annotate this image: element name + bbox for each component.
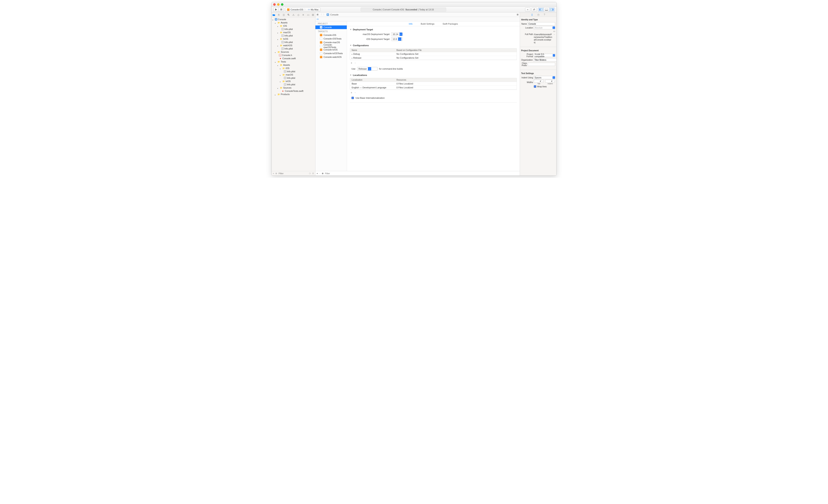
format-select[interactable]: Xcode 9.0-compatible⌄ — [534, 54, 555, 57]
loc-row-english[interactable]: English — Development Language0 Files Lo… — [350, 86, 517, 90]
toggle-inspector-button[interactable] — [549, 7, 555, 12]
tree-folder-assets[interactable]: 📁Assets — [272, 21, 315, 24]
stepper-icon[interactable]: ⌃⌄ — [552, 80, 554, 82]
tree-file-infoplist[interactable]: Info.plist — [272, 70, 315, 73]
clock-icon[interactable]: ◷ — [309, 172, 311, 175]
location-select[interactable]: Absolute⌄ — [534, 26, 555, 29]
tree-folder-sources[interactable]: 📁Sources — [272, 50, 315, 53]
tree-file-infoplist[interactable]: Info.plist — [272, 47, 315, 50]
tree-folder-t-ios[interactable]: 📁iOS — [272, 66, 315, 70]
file-inspector-tab[interactable]: ▯ — [531, 13, 533, 16]
org-input[interactable] — [534, 58, 556, 61]
tree-file-infoplist[interactable]: Info.plist — [272, 83, 315, 86]
wrap-lines-checkbox[interactable]: ✓ — [534, 85, 536, 88]
macos-deployment-select[interactable]: 10.14⌄ — [391, 32, 403, 36]
disclosure-triangle-icon[interactable]: ▼ — [350, 29, 351, 31]
forward-button[interactable]: 〉 — [323, 13, 325, 16]
disclosure-triangle-icon[interactable]: ▼ — [350, 74, 351, 76]
tree-folder-ios[interactable]: 📁iOS — [272, 24, 315, 28]
target-item[interactable]: Console-iOS — [316, 33, 347, 37]
use-config-select[interactable]: Release⌄ — [357, 67, 377, 71]
loc-row-base[interactable]: Base0 Files Localized — [350, 82, 517, 86]
tree-file-infoplist[interactable]: Info.plist — [272, 76, 315, 80]
tree-file-console-h[interactable]: hConsole.h — [272, 53, 315, 57]
tree-folder-tests-assets[interactable]: 📁Assets — [272, 63, 315, 66]
toggle-debug-button[interactable] — [544, 7, 549, 12]
tree-folder-tests[interactable]: 📁Tests — [272, 60, 315, 63]
filter-scope-icon[interactable]: ◉ — [322, 172, 324, 175]
tree-folder-macos[interactable]: 📁macOS — [272, 31, 315, 34]
tree-file-infoplist[interactable]: Info.plist — [272, 28, 315, 31]
scm-icon[interactable]: ⊞ — [312, 172, 314, 175]
tree-file-infoplist[interactable]: Info.plist — [272, 41, 315, 44]
tree-folder-watchos[interactable]: 📁watchOS — [272, 44, 315, 47]
debug-navigator-tab[interactable]: ≡ — [302, 13, 304, 16]
help-inspector-tab[interactable]: ? — [544, 13, 545, 16]
target-item[interactable]: Console-tvOSTests — [316, 51, 347, 55]
editor-layout-button[interactable]: ⊞ — [517, 13, 519, 16]
tree-file-consoletests-swift[interactable]: ◆ConsoleTests.swift — [272, 89, 315, 93]
config-row-release[interactable]: ▸ ReleaseNo Configurations Set — [350, 56, 517, 60]
symbol-navigator-tab[interactable]: ⌸ — [282, 13, 285, 16]
navigator-filter-input[interactable] — [279, 172, 308, 175]
folder-picker-icon[interactable]: ▭ — [553, 30, 555, 33]
prefix-input[interactable] — [528, 63, 555, 66]
close-window-button[interactable] — [273, 3, 276, 6]
add-file-button[interactable]: + — [273, 172, 274, 175]
target-item[interactable]: Console-iOSTests — [316, 37, 347, 41]
tree-folder-t-tvos[interactable]: 📁tvOS — [272, 80, 315, 83]
tab-info[interactable]: Info — [409, 22, 413, 25]
tree-folder-t-macos[interactable]: 📁macOS — [272, 73, 315, 76]
breadcrumb-item[interactable]: Console — [330, 13, 338, 16]
config-row-debug[interactable]: ▸ DebugNo Configurations Set — [350, 52, 517, 56]
add-target-button[interactable]: + — [317, 172, 318, 175]
find-navigator-tab[interactable]: 🔍︎ — [287, 13, 290, 16]
base-intl-checkbox[interactable]: ✓ — [351, 97, 354, 99]
name-input[interactable] — [528, 22, 555, 26]
issue-navigator-tab[interactable]: ⚠︎ — [292, 13, 295, 16]
zoom-window-button[interactable] — [281, 3, 283, 6]
remove-config-button[interactable]: − — [354, 61, 356, 64]
tree-file-console-swift[interactable]: ◆Console.swift — [272, 57, 315, 60]
indent-width-input[interactable]: 4⌃⌄ — [545, 80, 555, 83]
target-item[interactable]: Console-macOSTests — [316, 44, 347, 48]
add-config-button[interactable]: + — [350, 61, 352, 64]
back-button[interactable]: 〈 — [320, 13, 322, 16]
source-control-navigator-tab[interactable]: ⎘ — [277, 13, 280, 16]
code-review-button[interactable]: ⇄ — [532, 7, 537, 12]
remove-loc-button[interactable]: − — [354, 91, 356, 94]
tree-folder-t-sources[interactable]: 📁Sources — [272, 86, 315, 89]
report-navigator-tab[interactable]: ⊟ — [312, 13, 315, 16]
project-navigator-tab[interactable] — [273, 13, 275, 16]
toggle-outline-button[interactable]: ▭ — [317, 18, 319, 20]
tab-width-input[interactable]: 4⌃⌄ — [534, 80, 544, 83]
disclosure-triangle-icon[interactable]: ▼ — [350, 44, 351, 46]
filter-scope-button[interactable]: ◉ — [275, 172, 277, 175]
reveal-button[interactable]: → — [553, 33, 555, 35]
targets-filter-input[interactable] — [325, 172, 519, 175]
related-items-button[interactable]: ⊞ — [317, 13, 319, 16]
project-item-console[interactable]: ▤Console — [316, 26, 347, 29]
tab-swift-packages[interactable]: Swift Packages — [443, 22, 458, 25]
tree-label: Sources — [281, 51, 289, 53]
stop-button[interactable] — [279, 7, 284, 12]
stepper-icon[interactable]: ⌃⌄ — [541, 80, 543, 82]
tab-build-settings[interactable]: Build Settings — [421, 22, 434, 25]
remove-target-button[interactable]: − — [319, 172, 320, 175]
add-loc-button[interactable]: + — [350, 91, 352, 94]
breakpoint-navigator-tab[interactable]: ▭ — [306, 13, 309, 16]
tree-folder-tvos[interactable]: 📁tvOS — [272, 37, 315, 41]
history-inspector-tab[interactable]: ◷ — [537, 13, 539, 16]
add-button[interactable]: + — [525, 7, 530, 12]
test-navigator-tab[interactable]: ◇ — [297, 13, 300, 16]
tree-file-infoplist[interactable]: Info.plist — [272, 34, 315, 37]
scheme-selector[interactable]: Console-iOS 〉 ▭ My Mac — [285, 7, 321, 12]
toggle-navigator-button[interactable] — [538, 7, 544, 12]
minimize-window-button[interactable] — [277, 3, 280, 6]
tree-project-root[interactable]: ▤Console — [272, 18, 315, 21]
run-button[interactable] — [273, 7, 279, 12]
tree-folder-products[interactable]: 📁Products — [272, 93, 315, 96]
ios-deployment-select[interactable]: 12.0⌄ — [391, 37, 403, 41]
target-item[interactable]: Console-watchOS — [316, 55, 347, 59]
indent-select[interactable]: Spaces⌄ — [534, 76, 555, 79]
